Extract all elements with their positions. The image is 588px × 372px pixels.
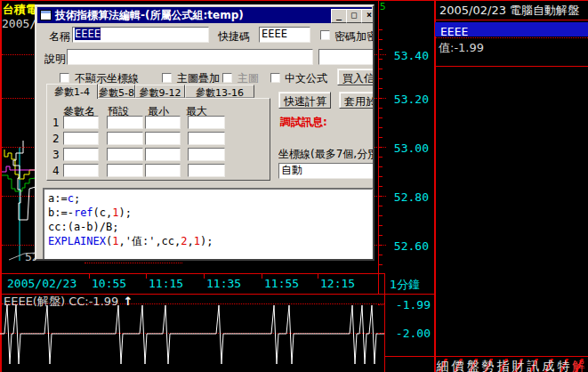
price-axis-label: 53.20 <box>394 93 429 106</box>
analysis-dotted-divider <box>435 37 588 38</box>
indicator-label-row: EEEE(解盤) CC:-1.99 ↑ <box>4 292 133 310</box>
mini-chart <box>0 133 37 267</box>
formula-code-editor[interactable]: a:=c;b:=-ref(c,1);cc:(a-b)/B;EXPLAINEX(1… <box>43 188 374 261</box>
param-cell-r3c0[interactable] <box>63 164 99 177</box>
market-tab-1[interactable]: 價 <box>450 359 465 372</box>
apply-button[interactable]: 套用於 <box>339 92 375 109</box>
indicator-axis: -1.99-2.00 <box>384 295 434 357</box>
axis-tick <box>379 108 383 109</box>
name-input-value: EEEE <box>75 28 101 40</box>
change-digit: 5 <box>380 1 386 12</box>
param-cell-r1c3[interactable] <box>188 132 225 145</box>
code-token: ref <box>74 206 93 219</box>
param-tab-1[interactable]: 參數5-8 <box>98 85 135 98</box>
param-cell-r2c0[interactable] <box>63 148 99 161</box>
axis-tick <box>379 78 383 79</box>
market-tab-6[interactable]: 訊 <box>526 359 541 372</box>
name-label: 名稱 <box>49 29 70 44</box>
param-cell-r3c2[interactable] <box>145 164 181 177</box>
desc-input[interactable] <box>67 49 313 65</box>
axis-tick <box>379 127 383 128</box>
code-token: b:=- <box>48 206 74 219</box>
market-tab-2[interactable]: 盤 <box>465 359 480 372</box>
encrypt-checkbox[interactable] <box>320 30 330 40</box>
axis-tick <box>379 147 383 148</box>
code-token: ); <box>200 235 213 247</box>
code-token: ); <box>119 206 132 219</box>
param-cell-r2c1[interactable] <box>107 148 143 161</box>
option-checkbox-0[interactable] <box>60 73 69 83</box>
close-button[interactable]: × <box>361 9 375 23</box>
code-line: a:=c; <box>48 191 372 206</box>
param-cell-r0c0[interactable] <box>63 116 99 129</box>
time-axis-tick <box>318 274 318 279</box>
code-token: 1 <box>194 235 200 247</box>
market-tab-8[interactable]: 特 <box>556 359 571 372</box>
param-tab-2[interactable]: 參數9-12 <box>135 85 185 98</box>
indicator-axis-label: -1.99 <box>396 298 431 311</box>
indicator-axis-dots <box>378 333 385 334</box>
indicator-panel: EEEE(解盤) CC:-1.99 ↑ <box>0 295 384 372</box>
option-checkbox-1[interactable] <box>162 73 172 83</box>
code-token: 1 <box>112 235 118 247</box>
shortcut-label: 快捷碼 <box>218 29 250 44</box>
name-input[interactable]: EEEE <box>72 27 209 43</box>
ma-magenta <box>2 166 36 172</box>
coord-input[interactable]: 自動 <box>278 163 375 179</box>
param-cell-r3c1[interactable] <box>107 164 143 177</box>
shortcut-input[interactable]: EEEE <box>259 27 310 43</box>
indicator-series <box>0 305 384 364</box>
market-tab-5[interactable]: 財 <box>511 359 526 372</box>
desc-label: 說明 <box>44 52 66 67</box>
param-cell-r3c3[interactable] <box>188 164 225 177</box>
market-tab-4[interactable]: 指 <box>495 359 511 372</box>
maximize-button[interactable]: □ <box>346 9 362 23</box>
price-axis-label: 52.80 <box>394 190 429 204</box>
time-axis-label: 12:15 <box>320 277 355 290</box>
param-tab-3[interactable]: 參數13-16 <box>185 85 254 98</box>
market-tab-9[interactable]: 解 <box>571 359 586 372</box>
prevclose-dots <box>85 263 182 263</box>
code-token: c <box>68 192 74 205</box>
axis-tick <box>379 176 383 177</box>
desc-side-box[interactable] <box>318 49 375 65</box>
market-tab-3[interactable]: 勢 <box>480 359 495 372</box>
param-cell-r1c1[interactable] <box>107 132 143 145</box>
time-axis-tick <box>146 274 147 279</box>
param-cell-r2c2[interactable] <box>145 148 181 161</box>
param-cell-r2c3[interactable] <box>188 148 225 161</box>
option-checkbox-label-3: 中文公式 <box>285 71 327 86</box>
dialog-title: 技術指標算法編輯-(所屬公式組:temp) <box>55 8 244 23</box>
option-checkbox-3[interactable] <box>270 73 280 83</box>
param-row-label: 4 <box>52 165 60 177</box>
axis-tick <box>379 39 383 40</box>
time-axis-label: 11:15 <box>149 277 183 290</box>
interval-label: 1分鐘 <box>390 277 420 293</box>
code-line: b:=-ref(c,1); <box>48 206 372 220</box>
market-tab-0[interactable]: 細 <box>435 359 450 372</box>
param-cell-r1c2[interactable] <box>145 132 181 145</box>
price-white <box>13 141 36 220</box>
param-cell-r0c3[interactable] <box>188 116 225 129</box>
buy-signal-button[interactable]: 買入信號 <box>337 69 375 85</box>
code-token: 1 <box>112 206 118 219</box>
dialog-titlebar[interactable]: 技術指標算法編輯-(所屬公式組:temp) <box>37 7 372 23</box>
axis-tick <box>379 196 383 197</box>
indicator-arrow-icon: ↑ <box>123 295 133 308</box>
analysis-value: 值:-1.99 <box>439 40 484 56</box>
param-cell-r1c0[interactable] <box>63 132 99 145</box>
param-cell-r0c2[interactable] <box>145 116 181 129</box>
quick-calc-button[interactable]: 快速計算 <box>278 92 331 109</box>
price-axis-label: 52.60 <box>394 239 429 253</box>
minimize-button[interactable]: _ <box>331 9 347 23</box>
option-checkbox-2[interactable] <box>222 73 232 83</box>
axis-tick <box>379 98 383 99</box>
coord-input-value: 自動 <box>281 164 302 176</box>
analysis-selected-item[interactable]: EEEE <box>435 22 588 36</box>
param-table-panel: 參數名預設最小最大 1234 <box>46 98 270 181</box>
param-cell-r0c1[interactable] <box>107 116 143 129</box>
code-token: ,'值:',cc, <box>119 235 181 247</box>
symbol-title: 台積電 <box>3 2 35 18</box>
param-tab-0[interactable]: 參數1-4 <box>46 84 98 99</box>
market-tab-7[interactable]: 成 <box>541 359 556 372</box>
